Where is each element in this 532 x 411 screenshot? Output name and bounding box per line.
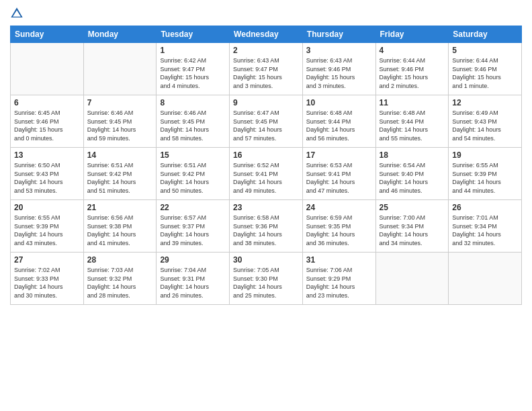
day-number: 4 [380,46,445,55]
calendar-table: SundayMondayTuesdayWednesdayThursdayFrid… [10,26,522,305]
calendar-day-cell: 16Sunrise: 6:52 AM Sunset: 9:41 PM Dayli… [230,148,303,200]
day-number: 26 [452,203,518,212]
page: SundayMondayTuesdayWednesdayThursdayFrid… [0,0,532,411]
day-number: 1 [160,46,226,55]
calendar-day-cell: 22Sunrise: 6:57 AM Sunset: 9:37 PM Dayli… [157,200,230,253]
day-info: Sunrise: 6:55 AM Sunset: 9:39 PM Dayligh… [14,214,80,247]
day-info: Sunrise: 6:56 AM Sunset: 9:38 PM Dayligh… [87,214,153,247]
day-number: 25 [380,203,445,212]
day-info: Sunrise: 6:48 AM Sunset: 9:44 PM Dayligh… [380,109,445,142]
calendar-day-cell: 26Sunrise: 7:01 AM Sunset: 9:34 PM Dayli… [449,200,522,253]
calendar-day-cell: 31Sunrise: 7:06 AM Sunset: 9:29 PM Dayli… [302,253,375,305]
weekday-header: Tuesday [157,26,230,43]
calendar-day-cell: 17Sunrise: 6:53 AM Sunset: 9:41 PM Dayli… [302,148,375,200]
calendar-day-cell: 6Sunrise: 6:45 AM Sunset: 9:46 PM Daylig… [11,95,84,148]
day-info: Sunrise: 7:02 AM Sunset: 9:33 PM Dayligh… [14,266,80,300]
day-info: Sunrise: 6:51 AM Sunset: 9:42 PM Dayligh… [87,161,153,195]
day-info: Sunrise: 7:05 AM Sunset: 9:30 PM Dayligh… [233,266,299,300]
day-number: 23 [233,203,299,212]
day-number: 27 [14,255,80,265]
calendar-day-cell [11,43,84,95]
calendar-day-cell: 13Sunrise: 6:50 AM Sunset: 9:43 PM Dayli… [11,148,84,200]
calendar-week-row: 6Sunrise: 6:45 AM Sunset: 9:46 PM Daylig… [11,95,522,148]
calendar-week-row: 20Sunrise: 6:55 AM Sunset: 9:39 PM Dayli… [11,200,522,253]
day-number: 7 [87,98,153,107]
day-number: 30 [233,255,299,265]
weekday-header: Saturday [449,26,522,43]
day-info: Sunrise: 6:57 AM Sunset: 9:37 PM Dayligh… [160,214,226,247]
header [10,7,522,20]
day-info: Sunrise: 6:44 AM Sunset: 9:46 PM Dayligh… [380,56,445,90]
calendar-week-row: 1Sunrise: 6:42 AM Sunset: 9:47 PM Daylig… [11,43,522,95]
day-info: Sunrise: 7:01 AM Sunset: 9:34 PM Dayligh… [452,214,518,247]
calendar-day-cell: 24Sunrise: 6:59 AM Sunset: 9:35 PM Dayli… [302,200,375,253]
day-number: 5 [452,46,518,55]
day-number: 12 [452,98,518,107]
calendar-day-cell [449,253,522,305]
day-number: 21 [87,203,153,212]
calendar-day-cell: 20Sunrise: 6:55 AM Sunset: 9:39 PM Dayli… [11,200,84,253]
day-number: 19 [452,150,518,160]
day-number: 24 [306,203,372,212]
day-number: 31 [306,255,372,265]
calendar-day-cell: 25Sunrise: 7:00 AM Sunset: 9:34 PM Dayli… [375,200,449,253]
calendar-day-cell [375,253,449,305]
weekday-header: Monday [83,26,157,43]
day-info: Sunrise: 6:52 AM Sunset: 9:41 PM Dayligh… [233,161,299,195]
day-info: Sunrise: 6:45 AM Sunset: 9:46 PM Dayligh… [14,109,80,142]
calendar-day-cell: 7Sunrise: 6:46 AM Sunset: 9:45 PM Daylig… [83,95,157,148]
day-info: Sunrise: 6:54 AM Sunset: 9:40 PM Dayligh… [380,161,445,195]
day-number: 3 [306,46,372,55]
calendar-day-cell: 23Sunrise: 6:58 AM Sunset: 9:36 PM Dayli… [230,200,303,253]
calendar-day-cell: 28Sunrise: 7:03 AM Sunset: 9:32 PM Dayli… [83,253,157,305]
calendar-day-cell [83,43,157,95]
calendar-day-cell: 30Sunrise: 7:05 AM Sunset: 9:30 PM Dayli… [230,253,303,305]
calendar-header-row: SundayMondayTuesdayWednesdayThursdayFrid… [11,26,522,43]
day-number: 6 [14,98,80,107]
day-info: Sunrise: 7:00 AM Sunset: 9:34 PM Dayligh… [380,214,445,247]
day-info: Sunrise: 7:03 AM Sunset: 9:32 PM Dayligh… [87,266,153,300]
calendar-day-cell: 2Sunrise: 6:43 AM Sunset: 9:47 PM Daylig… [230,43,303,95]
day-number: 29 [160,255,226,265]
calendar-day-cell: 14Sunrise: 6:51 AM Sunset: 9:42 PM Dayli… [83,148,157,200]
calendar-day-cell: 10Sunrise: 6:48 AM Sunset: 9:44 PM Dayli… [302,95,375,148]
weekday-header: Sunday [11,26,84,43]
weekday-header: Friday [375,26,449,43]
calendar-day-cell: 21Sunrise: 6:56 AM Sunset: 9:38 PM Dayli… [83,200,157,253]
calendar-day-cell: 11Sunrise: 6:48 AM Sunset: 9:44 PM Dayli… [375,95,449,148]
day-info: Sunrise: 6:43 AM Sunset: 9:47 PM Dayligh… [233,56,299,90]
day-info: Sunrise: 6:51 AM Sunset: 9:42 PM Dayligh… [160,161,226,195]
day-info: Sunrise: 6:55 AM Sunset: 9:39 PM Dayligh… [452,161,518,195]
day-info: Sunrise: 6:46 AM Sunset: 9:45 PM Dayligh… [160,109,226,142]
calendar-day-cell: 1Sunrise: 6:42 AM Sunset: 9:47 PM Daylig… [157,43,230,95]
calendar-day-cell: 8Sunrise: 6:46 AM Sunset: 9:45 PM Daylig… [157,95,230,148]
day-info: Sunrise: 6:49 AM Sunset: 9:43 PM Dayligh… [452,109,518,142]
calendar-day-cell: 5Sunrise: 6:44 AM Sunset: 9:46 PM Daylig… [449,43,522,95]
calendar-day-cell: 9Sunrise: 6:47 AM Sunset: 9:45 PM Daylig… [230,95,303,148]
day-number: 2 [233,46,299,55]
calendar-day-cell: 29Sunrise: 7:04 AM Sunset: 9:31 PM Dayli… [157,253,230,305]
day-number: 14 [87,150,153,160]
day-number: 13 [14,150,80,160]
day-info: Sunrise: 6:48 AM Sunset: 9:44 PM Dayligh… [306,109,372,142]
day-number: 22 [160,203,226,212]
day-info: Sunrise: 7:06 AM Sunset: 9:29 PM Dayligh… [306,266,372,300]
day-info: Sunrise: 6:42 AM Sunset: 9:47 PM Dayligh… [160,56,226,90]
calendar-day-cell: 15Sunrise: 6:51 AM Sunset: 9:42 PM Dayli… [157,148,230,200]
day-number: 10 [306,98,372,107]
day-info: Sunrise: 6:59 AM Sunset: 9:35 PM Dayligh… [306,214,372,247]
day-info: Sunrise: 6:46 AM Sunset: 9:45 PM Dayligh… [87,109,153,142]
day-info: Sunrise: 6:44 AM Sunset: 9:46 PM Dayligh… [452,56,518,90]
calendar-week-row: 13Sunrise: 6:50 AM Sunset: 9:43 PM Dayli… [11,148,522,200]
day-number: 16 [233,150,299,160]
day-info: Sunrise: 7:04 AM Sunset: 9:31 PM Dayligh… [160,266,226,300]
day-number: 18 [380,150,445,160]
calendar-day-cell: 4Sunrise: 6:44 AM Sunset: 9:46 PM Daylig… [375,43,449,95]
calendar-day-cell: 3Sunrise: 6:43 AM Sunset: 9:46 PM Daylig… [302,43,375,95]
day-info: Sunrise: 6:50 AM Sunset: 9:43 PM Dayligh… [14,161,80,195]
calendar-week-row: 27Sunrise: 7:02 AM Sunset: 9:33 PM Dayli… [11,253,522,305]
day-info: Sunrise: 6:53 AM Sunset: 9:41 PM Dayligh… [306,161,372,195]
day-number: 17 [306,150,372,160]
day-info: Sunrise: 6:47 AM Sunset: 9:45 PM Dayligh… [233,109,299,142]
day-number: 15 [160,150,226,160]
